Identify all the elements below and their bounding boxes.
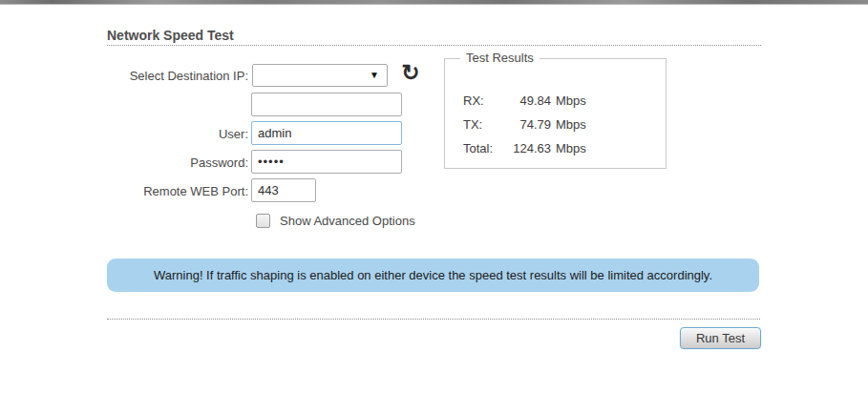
total-unit: Mbps bbox=[556, 141, 586, 155]
warning-text: Warning! If traffic shaping is enabled o… bbox=[154, 268, 712, 282]
test-results-legend: Test Results bbox=[460, 51, 540, 65]
title-divider bbox=[107, 45, 761, 46]
run-test-button[interactable]: Run Test bbox=[680, 327, 761, 349]
show-advanced-options-checkbox[interactable] bbox=[256, 214, 270, 228]
rx-value: 49.84 bbox=[501, 93, 551, 108]
user-input[interactable] bbox=[251, 121, 402, 145]
traffic-shaping-warning: Warning! If traffic shaping is enabled o… bbox=[107, 259, 759, 292]
total-label: Total: bbox=[463, 141, 501, 155]
footer-divider bbox=[107, 319, 760, 320]
manual-ip-input[interactable] bbox=[251, 93, 402, 116]
result-row-rx: RX: 49.84 Mbps bbox=[463, 93, 586, 117]
page-title: Network Speed Test bbox=[107, 28, 234, 43]
refresh-icon[interactable]: ↻ bbox=[398, 59, 423, 86]
remote-web-port-input[interactable] bbox=[251, 178, 316, 202]
tx-value: 74.79 bbox=[501, 117, 551, 132]
show-advanced-options-label[interactable]: Show Advanced Options bbox=[280, 214, 415, 228]
destination-ip-select[interactable]: ▼ bbox=[252, 64, 388, 87]
remote-web-port-label: Remote WEB Port: bbox=[95, 184, 248, 198]
user-label: User: bbox=[95, 127, 248, 141]
password-input[interactable] bbox=[251, 150, 402, 174]
tx-unit: Mbps bbox=[556, 117, 586, 132]
total-value: 124.63 bbox=[501, 141, 551, 155]
rx-unit: Mbps bbox=[556, 93, 586, 108]
network-speed-test-page: Network Speed Test Select Destination IP… bbox=[0, 0, 868, 393]
top-navigation-bar-edge bbox=[0, 0, 868, 5]
password-label: Password: bbox=[95, 155, 248, 170]
tx-label: TX: bbox=[463, 117, 501, 132]
destination-ip-label: Select Destination IP: bbox=[95, 69, 248, 83]
test-results-rows: RX: 49.84 Mbps TX: 74.79 Mbps Total: 124… bbox=[463, 93, 586, 165]
result-row-tx: TX: 74.79 Mbps bbox=[463, 117, 586, 141]
test-results-panel: Test Results RX: 49.84 Mbps TX: 74.79 Mb… bbox=[444, 58, 667, 169]
rx-label: RX: bbox=[463, 93, 501, 108]
result-row-total: Total: 124.63 Mbps bbox=[463, 141, 586, 165]
chevron-down-icon: ▼ bbox=[370, 71, 379, 80]
